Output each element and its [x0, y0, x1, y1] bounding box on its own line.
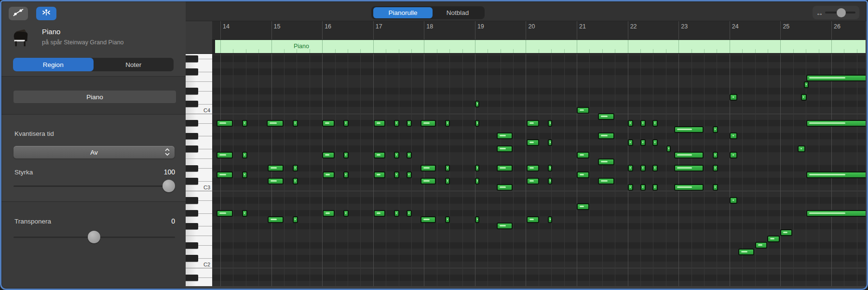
- midi-note[interactable]: [806, 210, 866, 217]
- midi-note[interactable]: [806, 171, 866, 178]
- midi-note[interactable]: [445, 165, 450, 171]
- midi-note[interactable]: [666, 145, 671, 152]
- piano-key-black[interactable]: [186, 145, 198, 152]
- midi-note[interactable]: [674, 152, 704, 158]
- midi-note[interactable]: [394, 120, 399, 127]
- midi-note[interactable]: [475, 178, 479, 185]
- midi-note[interactable]: [268, 165, 284, 171]
- midi-note[interactable]: [598, 178, 614, 185]
- midi-note[interactable]: [322, 120, 335, 127]
- midi-note[interactable]: [217, 210, 233, 217]
- midi-note[interactable]: [577, 171, 589, 178]
- piano-key-black[interactable]: [186, 101, 198, 107]
- midi-note[interactable]: [407, 171, 412, 178]
- piano-key-black[interactable]: [186, 210, 198, 216]
- midi-note[interactable]: [652, 184, 658, 191]
- midi-note[interactable]: [394, 210, 399, 217]
- midi-note[interactable]: [475, 101, 479, 107]
- midi-note[interactable]: [217, 171, 233, 178]
- midi-note[interactable]: [293, 216, 298, 223]
- piano-key-black[interactable]: [186, 197, 198, 203]
- piano-key-black[interactable]: [186, 178, 198, 184]
- piano-key-black[interactable]: [186, 88, 198, 94]
- midi-note[interactable]: [343, 120, 349, 127]
- midi-note[interactable]: [497, 132, 513, 139]
- midi-note[interactable]: [322, 152, 335, 158]
- midi-note[interactable]: [268, 216, 284, 223]
- midi-note[interactable]: [640, 165, 646, 171]
- midi-note[interactable]: [577, 152, 589, 158]
- midi-note[interactable]: [640, 139, 646, 146]
- midi-note[interactable]: [628, 139, 633, 146]
- midi-note[interactable]: [804, 81, 809, 88]
- midi-note[interactable]: [293, 178, 298, 185]
- midi-note[interactable]: [475, 165, 479, 171]
- midi-note[interactable]: [652, 165, 658, 171]
- midi-note[interactable]: [217, 152, 233, 158]
- piano-key-black[interactable]: [186, 55, 198, 62]
- midi-note[interactable]: [343, 171, 349, 178]
- piano-key-black[interactable]: [186, 275, 198, 281]
- midi-note[interactable]: [497, 223, 513, 229]
- tab-pianorulle[interactable]: Pianorulle: [373, 7, 433, 18]
- midi-note[interactable]: [801, 94, 807, 101]
- midi-note[interactable]: [713, 165, 718, 171]
- midi-note[interactable]: [527, 120, 539, 127]
- midi-note[interactable]: [293, 120, 298, 127]
- midi-note[interactable]: [674, 165, 704, 171]
- midi-note[interactable]: [640, 184, 646, 191]
- midi-note[interactable]: [738, 249, 754, 255]
- midi-note[interactable]: [420, 120, 436, 127]
- quantize-toggle-button[interactable]: [36, 7, 56, 20]
- midi-note[interactable]: [343, 210, 349, 217]
- midi-note[interactable]: [445, 216, 450, 223]
- midi-note[interactable]: [268, 178, 284, 185]
- midi-note[interactable]: [527, 139, 539, 146]
- midi-note[interactable]: [267, 120, 284, 127]
- velocity-slider-thumb[interactable]: [163, 180, 175, 192]
- piano-key-black[interactable]: [186, 68, 198, 75]
- midi-note[interactable]: [407, 210, 412, 217]
- midi-note[interactable]: [475, 216, 479, 223]
- midi-note[interactable]: [730, 197, 737, 204]
- midi-note[interactable]: [407, 120, 412, 127]
- midi-note[interactable]: [445, 120, 450, 127]
- midi-note[interactable]: [674, 184, 704, 191]
- midi-note[interactable]: [323, 210, 335, 217]
- midi-note[interactable]: [730, 94, 737, 101]
- midi-note[interactable]: [527, 216, 539, 223]
- midi-note[interactable]: [374, 210, 385, 217]
- tab-noter[interactable]: Noter: [94, 58, 174, 71]
- piano-key-black[interactable]: [186, 165, 198, 171]
- midi-note[interactable]: [598, 132, 614, 139]
- midi-note[interactable]: [628, 120, 633, 127]
- midi-note[interactable]: [420, 216, 436, 223]
- midi-note[interactable]: [548, 165, 552, 171]
- midi-note[interactable]: [780, 229, 792, 236]
- midi-note[interactable]: [475, 120, 479, 127]
- piano-key-black[interactable]: [186, 242, 198, 249]
- region-strip[interactable]: Piano: [215, 40, 866, 53]
- midi-note[interactable]: [242, 152, 247, 158]
- midi-note[interactable]: [497, 184, 513, 191]
- midi-note[interactable]: [445, 178, 450, 185]
- midi-note[interactable]: [652, 139, 658, 146]
- midi-note[interactable]: [293, 165, 298, 171]
- tab-notblad[interactable]: Notblad: [433, 6, 483, 19]
- midi-note[interactable]: [548, 178, 552, 185]
- midi-note[interactable]: [242, 120, 247, 127]
- midi-note[interactable]: [527, 165, 539, 171]
- midi-note[interactable]: [713, 126, 718, 133]
- piano-key-black[interactable]: [186, 133, 198, 139]
- midi-note[interactable]: [374, 171, 385, 178]
- midi-note[interactable]: [598, 113, 614, 120]
- midi-note[interactable]: [548, 120, 552, 127]
- zoom-slider-thumb[interactable]: [837, 8, 846, 17]
- midi-note[interactable]: [394, 171, 399, 178]
- midi-note[interactable]: [730, 152, 737, 158]
- midi-note[interactable]: [394, 152, 399, 158]
- patch-button[interactable]: Piano: [14, 91, 176, 103]
- piano-key-black[interactable]: [186, 255, 198, 261]
- midi-note[interactable]: [407, 152, 412, 158]
- midi-note[interactable]: [323, 171, 335, 178]
